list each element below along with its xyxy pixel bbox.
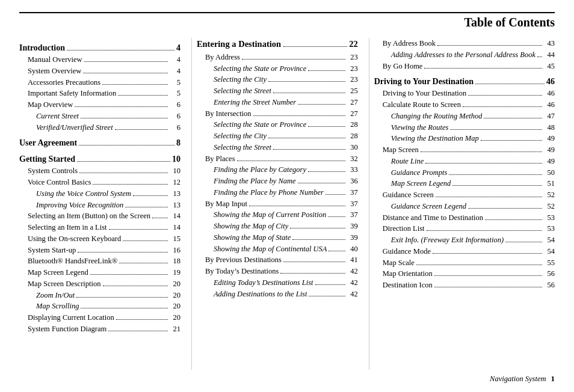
toc-entry: Voice Control Basics12	[19, 177, 181, 188]
toc-label: System Overview	[19, 66, 81, 77]
toc-label: Entering the Street Number	[197, 97, 296, 108]
toc-entry: Map Orientation56	[374, 268, 555, 280]
toc-dots	[84, 61, 168, 62]
toc-label: Exit Info. (Freeway Exit Information)	[374, 234, 504, 246]
toc-label: By Map Input	[197, 198, 247, 210]
toc-page: 20	[170, 312, 181, 323]
toc-entry: Showing the Map of City39	[197, 221, 358, 232]
toc-page: 49	[544, 156, 555, 167]
toc-page: 56	[544, 280, 555, 291]
toc-label: Selecting an Item (Button) on the Screen	[19, 210, 150, 222]
toc-dots	[326, 194, 345, 195]
toc-entry: Selecting the Street25	[197, 85, 358, 97]
toc-page: 25	[347, 85, 358, 97]
toc-page: 42	[347, 289, 358, 300]
col-divider-2	[369, 38, 369, 370]
toc-entry: System Function Diagram21	[19, 323, 181, 335]
toc-page: 36	[347, 176, 358, 187]
toc-entry: Map Scrolling20	[19, 301, 181, 312]
toc-entry: Calculate Route to Screen46	[374, 99, 555, 111]
toc-page: 54	[544, 234, 555, 246]
toc-entry: Important Safety Information5	[19, 88, 181, 99]
toc-dots	[329, 251, 345, 251]
toc-dots	[102, 84, 168, 85]
toc-dots	[427, 230, 542, 231]
column-1: Introduction4Manual Overview4System Over…	[19, 38, 187, 370]
toc-label: Guidance Prompts	[374, 167, 448, 179]
toc-label: System Start-up	[19, 245, 76, 256]
toc-label: Accessories Precautions	[19, 77, 100, 88]
toc-label: Map Scale	[374, 257, 415, 269]
content-area: Introduction4Manual Overview4System Over…	[19, 38, 555, 370]
toc-entry: Map Screen49	[374, 144, 555, 156]
toc-page: 41	[347, 254, 358, 266]
toc-page: 23	[347, 74, 358, 85]
toc-entry: Map Scale55	[374, 257, 555, 269]
toc-section-page: 10	[172, 153, 181, 165]
toc-entry: Bluetooth® HandsFreeLink®18	[19, 256, 181, 267]
toc-dots	[115, 129, 168, 130]
toc-dots	[81, 118, 168, 118]
toc-dots	[315, 284, 345, 285]
toc-dots	[308, 171, 345, 172]
toc-section-label: User Agreement	[19, 136, 77, 149]
toc-entry: Destination Icon56	[374, 280, 555, 291]
col-divider-1	[191, 38, 192, 370]
toc-page: 37	[347, 198, 358, 210]
toc-label: Map Orientation	[374, 268, 433, 280]
toc-page: 47	[544, 111, 555, 122]
toc-page: 49	[544, 133, 555, 144]
toc-label: By Go Home	[374, 61, 423, 72]
toc-dots	[433, 253, 542, 254]
toc-dots	[237, 161, 345, 161]
toc-page: 39	[347, 232, 358, 243]
toc-dots	[481, 140, 542, 141]
toc-label: Verified/Unverified Street	[19, 122, 113, 133]
toc-entry: Direction List53	[374, 223, 555, 234]
toc-label: Selecting the State or Province	[197, 119, 306, 130]
toc-entry: Showing the Map of Current Position37	[197, 209, 358, 221]
toc-entry: Adding Destinations to the List42	[197, 289, 358, 300]
toc-entry: Driving to Your Destination46	[374, 88, 555, 99]
toc-dots	[108, 331, 168, 331]
toc-page: 55	[544, 257, 555, 269]
toc-page: 46	[544, 99, 555, 111]
toc-page: 42	[347, 266, 358, 277]
toc-section-label: Getting Started	[19, 153, 75, 165]
toc-label: System Function Diagram	[19, 323, 106, 335]
toc-label: Showing the Map of State	[197, 232, 291, 243]
toc-page: 14	[170, 210, 181, 222]
toc-entry: Finding the Place by Name36	[197, 176, 358, 187]
toc-entry: Guidance Screen52	[374, 189, 555, 201]
toc-label: Displaying Current Location	[19, 312, 114, 323]
toc-label: Showing the Map of Current Position	[197, 209, 326, 221]
toc-page: 37	[347, 209, 358, 221]
toc-label: Direction List	[374, 223, 425, 234]
toc-dots	[75, 106, 168, 107]
toc-entry: By Today’s Destinations42	[197, 266, 358, 277]
toc-entry: Guidance Prompts50	[374, 167, 555, 179]
toc-entry: Map Screen Legend19	[19, 267, 181, 278]
toc-dots	[468, 95, 542, 96]
toc-dots	[280, 273, 345, 274]
toc-entry: Entering the Street Number27	[197, 97, 358, 108]
toc-entry: Map Screen Legend51	[374, 178, 555, 189]
toc-label: Manual Overview	[19, 54, 82, 66]
toc-label: Using the Voice Control System	[19, 188, 131, 200]
toc-label: Improving Voice Recognition	[19, 200, 123, 211]
toc-dots	[273, 93, 345, 93]
toc-entry: Selecting the Street30	[197, 142, 358, 153]
toc-entry: By Address Book43	[374, 38, 555, 49]
toc-section-heading: Getting Started10	[19, 153, 181, 165]
toc-label: Selecting the City	[197, 130, 267, 142]
toc-page: 5	[170, 88, 181, 99]
toc-dots	[434, 275, 542, 276]
toc-label: Selecting an Item in a List	[19, 222, 107, 233]
toc-label: Map Screen Description	[19, 278, 101, 290]
toc-dots	[283, 262, 345, 262]
toc-dots	[90, 274, 168, 275]
toc-page: 40	[347, 243, 358, 255]
toc-page: 39	[347, 221, 358, 232]
toc-page: 14	[170, 222, 181, 233]
toc-dots	[268, 138, 345, 138]
